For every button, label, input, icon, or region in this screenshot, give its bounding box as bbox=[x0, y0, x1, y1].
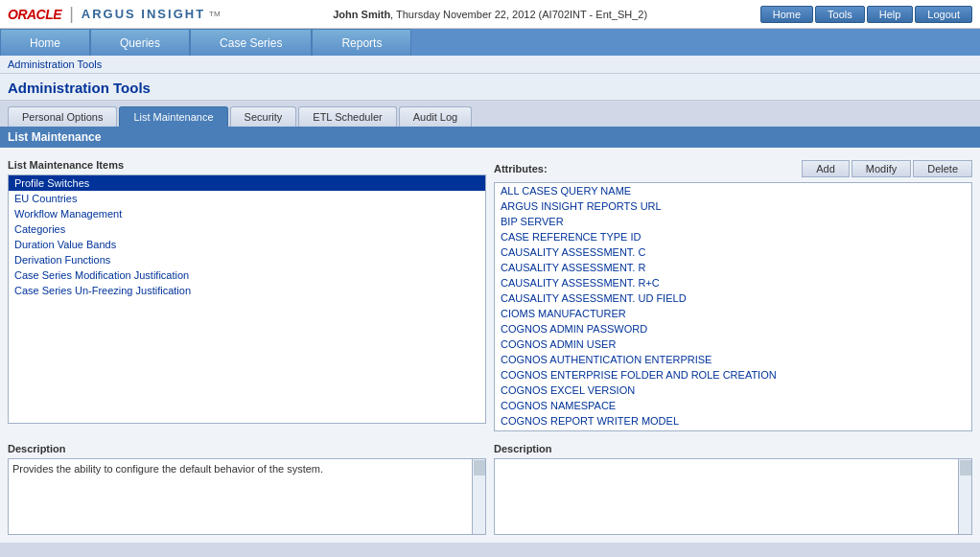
top-nav-buttons: Home Tools Help Logout bbox=[760, 6, 972, 23]
list-maintenance-items[interactable]: Profile Switches EU Countries Workflow M… bbox=[8, 174, 486, 424]
attribute-item[interactable]: COGNOS ENTERPRISE FOLDER AND ROLE CREATI… bbox=[495, 367, 971, 383]
desc-left-text: Provides the ability to configure the de… bbox=[12, 463, 323, 475]
desc-right: Description bbox=[494, 439, 972, 535]
right-panel-header: Attributes: Add Modify Delete bbox=[494, 155, 972, 182]
logo-area: ORACLE | ARGUS INSIGHT TM bbox=[8, 4, 221, 24]
tab-list-maintenance[interactable]: List Maintenance bbox=[119, 106, 227, 127]
product-name: ARGUS INSIGHT bbox=[82, 7, 205, 21]
attribute-item[interactable]: CAUSALITY ASSESSMENT. C bbox=[495, 244, 971, 260]
tab-security[interactable]: Security bbox=[230, 106, 297, 127]
desc-left-header: Description bbox=[8, 439, 486, 458]
list-item[interactable]: Categories bbox=[9, 221, 485, 237]
logout-button[interactable]: Logout bbox=[915, 6, 972, 23]
list-item[interactable]: Case Series Modification Justification bbox=[9, 267, 485, 283]
desc-left: Description Provides the ability to conf… bbox=[8, 439, 486, 535]
attribute-item[interactable]: CAUSALITY ASSESSMENT. R+C bbox=[495, 275, 971, 290]
attributes-header: Attributes: bbox=[494, 159, 548, 178]
main-tab-case-series[interactable]: Case Series bbox=[190, 29, 312, 56]
attribute-item[interactable]: BIP SERVER bbox=[495, 214, 971, 229]
breadcrumb: Administration Tools bbox=[0, 56, 980, 74]
desc-right-scrollbar[interactable] bbox=[958, 459, 971, 534]
list-item[interactable]: Duration Value Bands bbox=[9, 237, 485, 252]
attribute-item[interactable]: ARGUS INSIGHT REPORTS URL bbox=[495, 198, 971, 214]
main-nav: Home Queries Case Series Reports bbox=[0, 29, 980, 56]
list-item[interactable]: EU Countries bbox=[9, 191, 485, 206]
attribute-item[interactable]: COGNOS EXCEL VERSION bbox=[495, 383, 971, 398]
tab-personal-options[interactable]: Personal Options bbox=[8, 106, 117, 127]
list-item[interactable]: Workflow Management bbox=[9, 206, 485, 221]
list-item[interactable]: Derivation Functions bbox=[9, 252, 485, 267]
list-item[interactable]: Case Series Un-Freezing Justification bbox=[9, 283, 485, 298]
section-header: List Maintenance bbox=[0, 127, 980, 148]
tools-button[interactable]: Tools bbox=[815, 6, 865, 23]
attribute-item[interactable]: COGNOS NAMESPACE bbox=[495, 398, 971, 413]
left-panel-header: List Maintenance Items bbox=[8, 155, 486, 174]
list-item[interactable]: Profile Switches bbox=[9, 175, 485, 191]
content-area: List Maintenance Items Profile Switches … bbox=[0, 148, 980, 543]
scrollbar-thumb bbox=[474, 460, 485, 476]
main-tab-home[interactable]: Home bbox=[0, 29, 90, 56]
main-content: Personal Options List Maintenance Securi… bbox=[0, 101, 980, 543]
right-panel: Attributes: Add Modify Delete ALL CASES … bbox=[494, 155, 972, 431]
desc-left-box: Provides the ability to configure the de… bbox=[8, 458, 486, 535]
left-panel: List Maintenance Items Profile Switches … bbox=[8, 155, 486, 431]
user-info: John Smith, Thursday November 22, 2012 (… bbox=[221, 9, 760, 20]
lists-area: List Maintenance Items Profile Switches … bbox=[8, 155, 972, 431]
help-button[interactable]: Help bbox=[867, 6, 914, 23]
attribute-item[interactable]: COGNOS ADMIN PASSWORD bbox=[495, 321, 971, 337]
modify-button[interactable]: Modify bbox=[852, 160, 911, 177]
action-buttons: Add Modify Delete bbox=[802, 160, 972, 177]
attribute-item[interactable]: CIOMS MANUFACTURER bbox=[495, 306, 971, 321]
attribute-item[interactable]: CAUSALITY ASSESSMENT. R bbox=[495, 260, 971, 275]
home-button[interactable]: Home bbox=[760, 6, 813, 23]
top-bar: ORACLE | ARGUS INSIGHT TM John Smith, Th… bbox=[0, 0, 980, 29]
trademark-symbol: TM bbox=[209, 10, 221, 18]
desc-right-header: Description bbox=[494, 439, 972, 458]
main-tab-queries[interactable]: Queries bbox=[90, 29, 190, 56]
scrollbar-thumb bbox=[960, 460, 971, 476]
attribute-item[interactable]: CAUSALITY ASSESSMENT. UD FIELD bbox=[495, 290, 971, 306]
page-title-bar: Administration Tools bbox=[0, 74, 980, 101]
sub-tabs: Personal Options List Maintenance Securi… bbox=[0, 101, 980, 127]
desc-right-box bbox=[494, 458, 972, 535]
attribute-item[interactable]: COGNOS REPORT WRITER MODEL bbox=[495, 413, 971, 429]
attribute-item[interactable]: COGNOS ADMIN USER bbox=[495, 337, 971, 352]
oracle-logo: ORACLE bbox=[8, 7, 61, 22]
descriptions-area: Description Provides the ability to conf… bbox=[8, 439, 972, 535]
attribute-item[interactable]: COGNOS SERVER bbox=[495, 429, 971, 431]
attribute-item[interactable]: COGNOS AUTHENTICATION ENTERPRISE bbox=[495, 352, 971, 367]
user-name: John Smith bbox=[333, 9, 390, 20]
tab-etl-scheduler[interactable]: ETL Scheduler bbox=[298, 106, 396, 127]
main-tab-reports[interactable]: Reports bbox=[312, 29, 411, 56]
attribute-item[interactable]: ALL CASES QUERY NAME bbox=[495, 183, 971, 198]
attribute-item[interactable]: CASE REFERENCE TYPE ID bbox=[495, 229, 971, 244]
attributes-list[interactable]: ALL CASES QUERY NAME ARGUS INSIGHT REPOR… bbox=[494, 182, 972, 431]
logo-separator: | bbox=[69, 4, 74, 24]
user-date: , Thursday November 22, 2012 (AI702INT -… bbox=[390, 9, 647, 20]
add-button[interactable]: Add bbox=[802, 160, 850, 177]
breadcrumb-link[interactable]: Administration Tools bbox=[8, 58, 102, 70]
delete-button[interactable]: Delete bbox=[913, 160, 972, 177]
desc-left-scrollbar[interactable] bbox=[472, 459, 485, 534]
tab-audit-log[interactable]: Audit Log bbox=[399, 106, 472, 127]
page-title: Administration Tools bbox=[8, 80, 151, 96]
